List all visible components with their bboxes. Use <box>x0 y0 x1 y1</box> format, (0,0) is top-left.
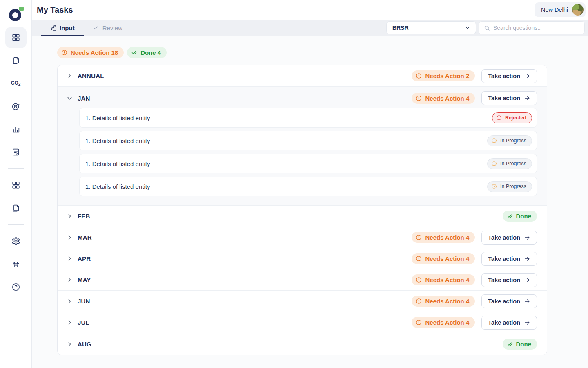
help-icon[interactable] <box>5 276 27 298</box>
section-label: AUG <box>78 341 91 348</box>
sidebar-nav: CO2 <box>0 26 31 298</box>
co2-icon[interactable]: CO2 <box>5 73 27 94</box>
apps-icon[interactable] <box>5 175 27 196</box>
alert-circle-icon <box>416 277 422 283</box>
needs-action-badge-label: Needs Action 4 <box>425 95 469 102</box>
status-label: In Progress <box>500 138 526 144</box>
content-area: Needs Action 18 Done 4 ANNUALNeeds Actio… <box>32 36 588 368</box>
section-row-aug[interactable]: AUGDone <box>58 333 547 355</box>
section-row-may[interactable]: MAYNeeds Action 4Take action <box>58 269 547 291</box>
needs-action-badge: Needs Action 4 <box>412 93 475 104</box>
section-jul: JULNeeds Action 4Take action <box>58 312 547 333</box>
targets-icon[interactable] <box>5 96 27 117</box>
tab-bar: Input Review BRSR <box>32 20 588 36</box>
section-row-jun[interactable]: JUNNeeds Action 4Take action <box>58 291 547 312</box>
section-annual: ANNUALNeeds Action 2Take action <box>58 65 547 87</box>
alert-circle-icon <box>416 319 422 325</box>
section-row-mar[interactable]: MARNeeds Action 4Take action <box>58 227 547 248</box>
framework-select-value: BRSR <box>392 25 409 31</box>
section-label: ANNUAL <box>78 72 104 79</box>
framework-select[interactable]: BRSR <box>386 21 476 34</box>
section-label: JUN <box>78 298 90 305</box>
task-sections-card: ANNUALNeeds Action 2Take actionJANNeeds … <box>57 65 547 355</box>
take-action-button[interactable]: Take action <box>481 273 537 287</box>
tab-input[interactable]: Input <box>41 20 84 36</box>
section-row-feb[interactable]: FEBDone <box>58 206 547 227</box>
dashboard-icon[interactable] <box>5 27 27 48</box>
needs-action-summary-badge: Needs Action 18 <box>57 47 124 58</box>
needs-action-badge-label: Needs Action 4 <box>425 276 469 283</box>
take-action-button[interactable]: Take action <box>481 252 537 266</box>
tab-input-label: Input <box>60 25 75 31</box>
chevron-right-icon[interactable] <box>66 234 73 241</box>
alert-circle-icon <box>416 95 422 101</box>
section-label: JUL <box>78 319 89 326</box>
question-row[interactable]: 1. Details of listed entityRejected <box>79 108 537 128</box>
needs-action-badge: Needs Action 4 <box>412 274 475 285</box>
chevron-right-icon[interactable] <box>66 298 73 305</box>
take-action-button[interactable]: Take action <box>481 91 537 105</box>
files-icon[interactable] <box>5 197 27 219</box>
alert-circle-icon <box>61 49 67 56</box>
done-badge-label: Done <box>516 341 532 348</box>
check-icon <box>93 25 99 31</box>
take-action-button[interactable]: Take action <box>481 316 537 330</box>
logo-dot-icon <box>19 7 24 11</box>
alert-circle-icon <box>416 73 422 79</box>
question-row[interactable]: 1. Details of listed entityIn Progress <box>79 131 537 150</box>
done-badge-label: Done <box>516 213 532 220</box>
tab-review-label: Review <box>102 25 122 31</box>
section-apr: APRNeeds Action 4Take action <box>58 248 547 269</box>
in-progress-status-badge: In Progress <box>487 158 532 169</box>
needs-action-badge: Needs Action 4 <box>412 232 475 243</box>
take-action-button[interactable]: Take action <box>481 294 537 308</box>
location-button[interactable]: New Delhi <box>535 2 586 17</box>
main-area: My Tasks New Delhi Input Review BRSR <box>32 0 588 368</box>
page-title: My Tasks <box>37 5 73 15</box>
top-header: My Tasks New Delhi <box>32 0 588 20</box>
chevron-right-icon[interactable] <box>66 255 73 263</box>
chevron-right-icon[interactable] <box>66 276 73 284</box>
section-row-annual[interactable]: ANNUALNeeds Action 2Take action <box>58 65 547 87</box>
question-row[interactable]: 1. Details of listed entityIn Progress <box>79 177 537 196</box>
alert-circle-icon <box>416 298 422 304</box>
clock-icon <box>491 161 497 166</box>
section-row-jul[interactable]: JULNeeds Action 4Take action <box>58 312 547 333</box>
take-action-button[interactable]: Take action <box>481 69 537 83</box>
documents-icon[interactable] <box>5 50 27 71</box>
reports-icon[interactable] <box>5 141 27 163</box>
section-jun: JUNNeeds Action 4Take action <box>58 291 547 312</box>
chevron-right-icon[interactable] <box>66 213 73 220</box>
team-icon[interactable] <box>5 254 27 275</box>
arrow-right-icon <box>524 234 530 241</box>
section-row-apr[interactable]: APRNeeds Action 4Take action <box>58 248 547 269</box>
needs-action-badge-label: Needs Action 2 <box>425 72 469 79</box>
question-text: 1. Details of listed entity <box>85 160 150 167</box>
arrow-right-icon <box>524 298 530 305</box>
take-action-label: Take action <box>488 95 520 101</box>
analytics-icon[interactable] <box>5 119 27 140</box>
section-row-jan[interactable]: JANNeeds Action 4Take action <box>58 87 547 107</box>
tab-review[interactable]: Review <box>84 20 131 36</box>
chevron-right-icon[interactable] <box>66 340 73 348</box>
needs-action-badge-label: Needs Action 4 <box>425 319 469 326</box>
chevron-down-icon[interactable] <box>66 94 73 102</box>
avatar[interactable] <box>572 4 584 16</box>
question-row[interactable]: 1. Details of listed entityIn Progress <box>79 154 537 173</box>
chevron-right-icon[interactable] <box>66 319 73 326</box>
chevron-right-icon[interactable] <box>66 72 73 80</box>
in-progress-status-badge: In Progress <box>487 181 532 192</box>
status-label: In Progress <box>500 161 526 166</box>
section-label: MAR <box>78 234 92 241</box>
take-action-label: Take action <box>488 234 520 241</box>
needs-action-badge: Needs Action 4 <box>412 253 475 264</box>
needs-action-summary-label: Needs Action 18 <box>71 49 118 56</box>
rejected-status-badge: Rejected <box>492 112 532 123</box>
clock-icon <box>491 138 497 144</box>
settings-icon[interactable] <box>5 231 27 252</box>
section-feb: FEBDone <box>58 206 547 227</box>
take-action-button[interactable]: Take action <box>481 231 537 245</box>
double-check-icon <box>507 213 513 219</box>
search-input[interactable] <box>493 25 580 31</box>
section-label: FEB <box>78 213 90 220</box>
